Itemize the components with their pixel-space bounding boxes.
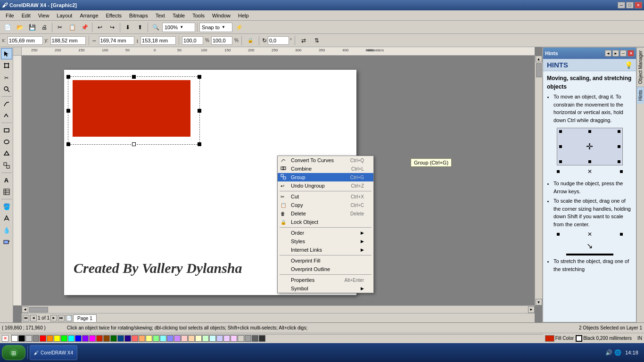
cm-convert-to-curves[interactable]: Convert To Curves Ctrl+Q: [278, 156, 373, 165]
color-swatch[interactable]: [216, 335, 223, 342]
handle-tl[interactable]: [66, 75, 70, 79]
hints-forward-button[interactable]: ►: [612, 50, 619, 57]
speaker-icon[interactable]: 🔊: [605, 349, 612, 356]
page-prev[interactable]: ◄: [30, 315, 37, 321]
color-swatch[interactable]: [238, 335, 244, 342]
color-swatch[interactable]: [139, 335, 145, 342]
color-swatch[interactable]: [117, 335, 124, 342]
color-swatch[interactable]: [252, 335, 258, 342]
start-button[interactable]: ⊞: [2, 345, 25, 360]
handle-bl[interactable]: [66, 142, 70, 146]
import-button[interactable]: ⬇: [122, 22, 133, 33]
red-rectangle[interactable]: [73, 80, 190, 137]
save-button[interactable]: 💾: [26, 22, 38, 33]
hints-minimize-button[interactable]: ─: [620, 50, 627, 57]
color-swatch[interactable]: [89, 335, 96, 342]
color-swatch[interactable]: [174, 335, 181, 342]
smart-drawing-tool[interactable]: [1, 110, 12, 121]
height-input[interactable]: [140, 36, 176, 45]
hints-back-button[interactable]: ◄: [605, 50, 611, 57]
page-next[interactable]: ►: [50, 315, 57, 321]
cm-copy[interactable]: 📋 Copy Ctrl+C: [278, 201, 373, 209]
copy-button[interactable]: 📋: [66, 22, 78, 33]
handle-mr[interactable]: [198, 109, 201, 113]
hscroll-right[interactable]: ►: [528, 306, 535, 313]
basic-shapes-tool[interactable]: [1, 160, 12, 171]
cm-properties[interactable]: Properties Alt+Enter: [278, 276, 373, 284]
color-swatch[interactable]: [61, 335, 67, 342]
cm-overprint-fill[interactable]: Overprint Fill: [278, 256, 373, 265]
close-button[interactable]: ✕: [635, 2, 642, 8]
color-swatch[interactable]: [11, 335, 18, 342]
color-swatch[interactable]: [40, 335, 46, 342]
hscroll-left[interactable]: ◄: [22, 306, 28, 313]
menu-help[interactable]: Help: [234, 12, 253, 19]
snap-dropdown[interactable]: Snap to ▼: [199, 23, 232, 32]
handle-br[interactable]: [198, 142, 201, 146]
outline-indicator[interactable]: [576, 335, 582, 342]
x-input[interactable]: [8, 36, 43, 45]
cm-symbol[interactable]: Symbol ▶: [278, 284, 373, 293]
color-swatch[interactable]: [110, 335, 117, 342]
cm-order[interactable]: Order ▶: [278, 229, 373, 237]
cm-lock-object[interactable]: 🔒 Lock Object: [278, 218, 373, 226]
menu-effects[interactable]: Effects: [102, 12, 125, 19]
shape-tool[interactable]: [1, 60, 12, 71]
color-swatch[interactable]: [188, 335, 195, 342]
scale-h-input[interactable]: [211, 36, 232, 45]
color-swatch[interactable]: [231, 335, 237, 342]
color-swatch[interactable]: [153, 335, 159, 342]
color-swatch[interactable]: [195, 335, 202, 342]
menu-edit[interactable]: Edit: [18, 12, 34, 19]
zoom-tool[interactable]: [1, 83, 12, 95]
color-swatch[interactable]: [259, 335, 265, 342]
menu-arrange[interactable]: Arrange: [76, 12, 102, 19]
color-swatch[interactable]: [68, 335, 74, 342]
mirror-h-button[interactable]: ⇄: [298, 35, 309, 46]
crop-tool[interactable]: ✂: [1, 72, 12, 83]
color-swatch[interactable]: [18, 335, 25, 342]
text-tool[interactable]: A: [1, 174, 12, 186]
cm-undo-ungroup[interactable]: ↩ Undo Ungroup Ctrl+Z: [278, 181, 373, 190]
color-swatch[interactable]: [223, 335, 230, 342]
vscrollbar[interactable]: ▲ ▼: [535, 56, 542, 305]
eyedropper-tool[interactable]: 💧: [1, 224, 12, 236]
ellipse-tool[interactable]: [1, 136, 12, 148]
menu-table[interactable]: Table: [169, 12, 189, 19]
network-icon[interactable]: 🌐: [614, 349, 621, 356]
hints-close-button[interactable]: ✕: [627, 50, 634, 57]
lock-ratio-button[interactable]: 🔒: [245, 35, 256, 46]
menu-tools[interactable]: Tools: [189, 12, 208, 19]
color-swatch[interactable]: [33, 335, 39, 342]
y-input[interactable]: [50, 36, 86, 45]
polygon-tool[interactable]: [1, 148, 12, 159]
outline-tool[interactable]: [1, 213, 12, 224]
menu-file[interactable]: File: [2, 12, 18, 19]
undo-button[interactable]: ↩: [94, 22, 106, 33]
page-add-icon[interactable]: 📄: [66, 315, 72, 321]
table-tool[interactable]: [1, 186, 12, 197]
color-swatch[interactable]: [75, 335, 82, 342]
cm-internet-links[interactable]: Internet Links ▶: [278, 246, 373, 254]
color-swatch[interactable]: [124, 335, 131, 342]
page-next-next[interactable]: ⏭: [58, 315, 65, 321]
handle-tm[interactable]: [132, 75, 136, 79]
mirror-v-button[interactable]: ⇅: [311, 35, 322, 46]
width-input[interactable]: [99, 36, 134, 45]
color-swatch[interactable]: [245, 335, 251, 342]
export-button[interactable]: ⬆: [134, 22, 146, 33]
menu-bitmaps[interactable]: Bitmaps: [125, 12, 152, 19]
maximize-button[interactable]: □: [626, 2, 634, 8]
cm-overprint-outline[interactable]: Overprint Outline: [278, 265, 373, 273]
color-swatch[interactable]: [96, 335, 103, 342]
menu-layout[interactable]: Layout: [53, 12, 76, 19]
color-swatch[interactable]: [132, 335, 138, 342]
color-swatch[interactable]: [54, 335, 60, 342]
color-swatch[interactable]: [47, 335, 53, 342]
hints-side-tab[interactable]: Hints: [637, 87, 644, 104]
cm-cut[interactable]: ✂ Cut Ctrl+X: [278, 192, 373, 201]
title-bar-controls[interactable]: ─ □ ✕: [618, 2, 642, 8]
handle-bm[interactable]: [132, 142, 136, 146]
hscrollbar[interactable]: ◄ ►: [22, 305, 535, 313]
color-swatch[interactable]: [146, 335, 152, 342]
